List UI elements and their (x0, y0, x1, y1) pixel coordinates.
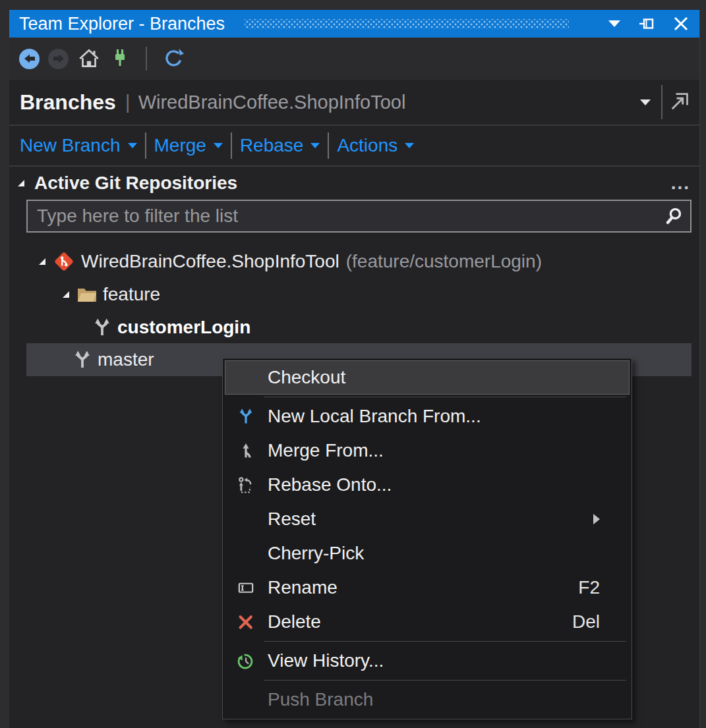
menu-item-checkout[interactable]: Checkout (225, 360, 630, 395)
filter-input[interactable] (36, 205, 664, 227)
branch-actions-bar: New Branch Merge Rebase Actions (9, 126, 699, 167)
section-title: Active Git Repositories (34, 173, 237, 194)
window-menu-dropdown-icon[interactable] (608, 20, 620, 27)
chevron-down-icon (128, 143, 137, 148)
icon-placeholder (237, 545, 254, 562)
chevron-down-icon (310, 143, 320, 148)
menu-shortcut: F2 (578, 577, 600, 598)
section-collapse-icon[interactable] (16, 178, 26, 188)
menu-label: Reset (268, 509, 316, 530)
merge-menu-button[interactable]: Merge (154, 135, 223, 156)
popout-icon[interactable] (668, 91, 690, 113)
menu-label: View History... (268, 650, 384, 671)
panel-titlebar: Team Explorer - Branches (9, 10, 699, 38)
forward-icon[interactable] (48, 49, 69, 69)
menu-item-rename[interactable]: Rename F2 (223, 571, 632, 605)
branch-name-current: customerLogin (117, 317, 250, 338)
menu-label: Delete (268, 611, 321, 632)
folder-icon (76, 285, 98, 304)
page-title: Branches (20, 90, 116, 115)
new-branch-label: New Branch (20, 135, 121, 156)
chevron-down-icon (214, 143, 223, 148)
window-title: Team Explorer - Branches (19, 14, 225, 34)
menu-item-merge-from[interactable]: Merge From... (223, 434, 632, 468)
section-overflow-button[interactable]: ... (671, 180, 690, 186)
home-icon[interactable] (77, 47, 101, 70)
link-separator (145, 132, 146, 159)
pages-dropdown-icon[interactable] (640, 99, 651, 105)
header-separator (661, 85, 662, 119)
menu-label: New Local Branch From... (268, 406, 481, 427)
tree-row-branch-customerlogin[interactable]: customerLogin (9, 311, 699, 344)
rename-icon (237, 579, 254, 596)
menu-item-delete[interactable]: Delete Del (223, 605, 632, 639)
connect-icon[interactable] (109, 47, 131, 70)
menu-item-rebase-onto[interactable]: Rebase Onto... (223, 468, 632, 502)
menu-item-view-history[interactable]: View History... (223, 644, 632, 678)
history-icon (237, 652, 254, 669)
menu-label: Checkout (268, 367, 345, 388)
menu-item-cherry-pick[interactable]: Cherry-Pick (223, 536, 632, 571)
tree-row-folder-feature[interactable]: feature (9, 278, 699, 311)
team-explorer-window: Team Explorer - Branches (0, 0, 706, 728)
expander-icon[interactable] (37, 256, 47, 267)
git-repository-icon (51, 249, 76, 274)
rebase-menu-button[interactable]: Rebase (240, 135, 320, 156)
menu-label: Push Branch (268, 689, 373, 710)
new-branch-icon (237, 408, 254, 425)
header-context-repo: WiredBrainCoffee.ShopInfoTool (138, 92, 406, 113)
menu-item-reset[interactable]: Reset (223, 502, 632, 536)
active-repositories-section-header: Active Git Repositories ... (9, 167, 699, 200)
navigation-toolbar (9, 38, 699, 80)
menu-label: Rebase Onto... (268, 474, 392, 495)
menu-label: Cherry-Pick (268, 543, 364, 564)
actions-menu-button[interactable]: Actions (337, 135, 414, 156)
menu-label: Merge From... (268, 440, 384, 461)
icon-placeholder (237, 691, 254, 708)
toolbar-separator (146, 47, 147, 70)
refresh-icon[interactable] (162, 47, 185, 70)
page-header: Branches | WiredBrainCoffee.ShopInfoTool (9, 80, 699, 126)
submenu-arrow-icon (593, 514, 600, 524)
repository-current-branch: (feature/customerLogin) (346, 251, 542, 272)
branch-icon (73, 350, 92, 370)
menu-separator (264, 397, 626, 397)
branch-context-menu: Checkout New Local Branch From... (222, 358, 632, 719)
branch-icon (92, 318, 112, 337)
actions-label: Actions (337, 135, 397, 156)
repository-filter-box (26, 200, 691, 233)
chevron-down-icon (405, 143, 414, 148)
link-separator (328, 132, 329, 159)
merge-icon (237, 442, 254, 459)
rebase-icon (237, 476, 254, 493)
menu-separator (264, 680, 626, 681)
icon-placeholder (237, 511, 254, 528)
link-separator (231, 132, 232, 159)
repository-name: WiredBrainCoffee.ShopInfoTool (81, 251, 339, 272)
menu-item-push-branch: Push Branch (223, 683, 632, 717)
new-branch-menu-button[interactable]: New Branch (20, 135, 137, 156)
close-icon[interactable] (673, 16, 689, 32)
titlebar-drag-texture (245, 19, 569, 29)
icon-placeholder (237, 369, 254, 386)
expander-icon[interactable] (61, 289, 71, 300)
menu-shortcut: Del (572, 611, 600, 632)
merge-label: Merge (154, 135, 206, 156)
folder-name: feature (103, 284, 160, 305)
tree-row-repository[interactable]: WiredBrainCoffee.ShopInfoTool (feature/c… (9, 245, 699, 278)
back-icon[interactable] (19, 49, 40, 69)
header-divider: | (125, 91, 131, 113)
rebase-label: Rebase (240, 135, 304, 156)
menu-separator (264, 641, 626, 642)
menu-label: Rename (268, 577, 338, 598)
branch-name-selected: master (98, 349, 154, 370)
delete-icon (237, 613, 254, 630)
menu-item-new-local-branch-from[interactable]: New Local Branch From... (223, 399, 632, 434)
pin-icon[interactable] (638, 15, 655, 32)
search-icon[interactable] (664, 206, 684, 226)
